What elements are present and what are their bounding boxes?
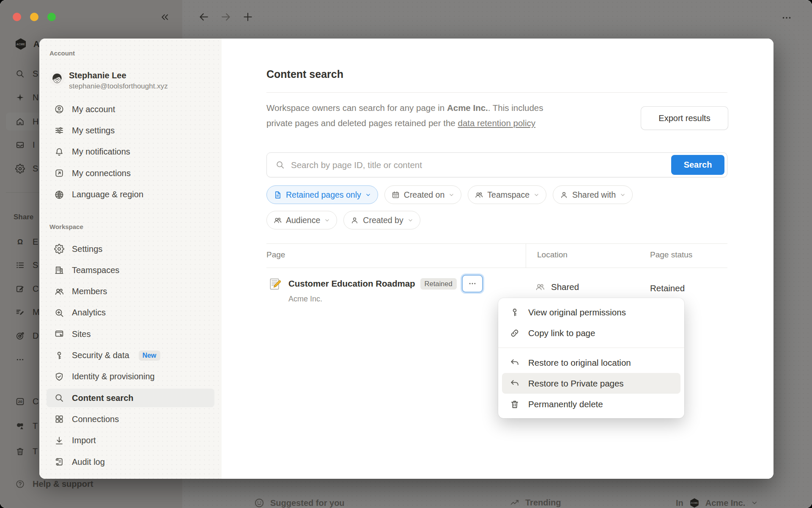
filter-chip-created-on[interactable]: Created on bbox=[384, 185, 461, 204]
filter-chip-retained-pages-only[interactable]: Retained pages only bbox=[266, 185, 378, 204]
table-border bbox=[266, 268, 727, 268]
page-title: Content search bbox=[266, 68, 343, 80]
chip-label: Audience bbox=[286, 215, 320, 225]
page-title-cell: Customer Education Roadmap bbox=[288, 279, 415, 289]
divider bbox=[266, 92, 727, 93]
search-button[interactable]: Search bbox=[671, 155, 724, 175]
filter-chips-row1: Retained pages onlyCreated onTeamspaceSh… bbox=[266, 185, 633, 204]
search-icon bbox=[275, 160, 285, 170]
workspace-section-label: Workspace bbox=[49, 223, 83, 230]
new-badge: New bbox=[139, 351, 160, 361]
people-icon bbox=[273, 216, 282, 225]
menu-item-restore-to-original-location[interactable]: Restore to original location bbox=[502, 352, 680, 373]
person-circle-icon bbox=[54, 104, 64, 114]
chip-label: Created on bbox=[404, 190, 444, 200]
menu-item-copy-link-to-page[interactable]: Copy link to page bbox=[502, 323, 680, 343]
sidebar-item-members[interactable]: Members bbox=[47, 282, 214, 301]
sidebar-item-language-region[interactable]: Language & region bbox=[47, 185, 214, 204]
item-label: Content search bbox=[72, 393, 134, 403]
sidebar-item-connections[interactable]: Connections bbox=[47, 410, 214, 428]
column-header-page-status: Page status bbox=[650, 250, 692, 260]
item-label: Settings bbox=[72, 244, 102, 254]
item-label: Identity & provisioning bbox=[72, 372, 155, 381]
gear-icon bbox=[54, 244, 64, 254]
description-text: Workspace owners can search for any page… bbox=[266, 103, 447, 113]
sidebar-item-security-data[interactable]: Security & dataNew bbox=[47, 346, 214, 365]
workspace-name-bold: Acme Inc. bbox=[447, 103, 488, 113]
menu-item-label: Copy link to page bbox=[528, 328, 595, 338]
location-value: Shared bbox=[551, 282, 579, 292]
avatar bbox=[49, 71, 65, 86]
chevron-down-icon bbox=[324, 217, 330, 224]
description: Workspace owners can search for any page… bbox=[266, 100, 567, 131]
sidebar-item-sites[interactable]: Sites bbox=[47, 325, 214, 343]
filter-chip-teamspace[interactable]: Teamspace bbox=[468, 185, 546, 204]
user-name: Stephanie Lee bbox=[69, 70, 168, 81]
item-label: My account bbox=[72, 105, 115, 114]
menu-item-label: Permanently delete bbox=[528, 399, 603, 409]
user-email: stephanie@toolsforthought.xyz bbox=[69, 81, 168, 92]
page-memo-icon bbox=[268, 277, 282, 291]
minimize-window-button[interactable] bbox=[30, 13, 38, 21]
filter-chip-created-by[interactable]: Created by bbox=[343, 211, 420, 229]
sidebar-item-my-connections[interactable]: My connections bbox=[47, 164, 214, 182]
sidebar-item-identity-provisioning[interactable]: Identity & provisioning bbox=[47, 367, 214, 386]
chip-label: Shared with bbox=[572, 190, 616, 200]
menu-item-restore-to-private-pages[interactable]: Restore to Private pages bbox=[502, 373, 680, 394]
person-icon bbox=[560, 190, 568, 199]
app-window: ACME A SNHIS Share ΩESCMD 20CTT Help & s… bbox=[0, 0, 812, 508]
calendar-icon bbox=[391, 190, 400, 199]
globe-icon bbox=[54, 190, 64, 200]
menu-item-label: Restore to Private pages bbox=[528, 378, 624, 389]
data-retention-policy-link[interactable]: data retention policy bbox=[458, 118, 535, 128]
scroll-icon bbox=[54, 457, 64, 467]
sidebar-item-analytics[interactable]: Analytics bbox=[47, 304, 214, 322]
sidebar-item-my-account[interactable]: My account bbox=[47, 100, 214, 119]
chevron-down-icon bbox=[448, 192, 455, 198]
settings-content: Content search Workspace owners can sear… bbox=[222, 39, 774, 479]
table-column-divider bbox=[526, 243, 526, 268]
key-icon bbox=[510, 307, 520, 318]
download-icon bbox=[54, 436, 64, 446]
chip-label: Retained pages only bbox=[286, 190, 361, 200]
page-icon bbox=[273, 190, 282, 199]
item-label: My settings bbox=[72, 126, 115, 135]
zoom-window-button[interactable] bbox=[47, 13, 56, 21]
people-icon bbox=[54, 287, 64, 297]
share-arrow-icon bbox=[54, 168, 64, 178]
settings-sidebar: Account Stephanie Lee stephanie@toolsfor… bbox=[39, 39, 222, 479]
sidebar-item-import[interactable]: Import bbox=[47, 431, 214, 450]
filter-chip-shared-with[interactable]: Shared with bbox=[553, 185, 633, 204]
sliders-icon bbox=[54, 125, 64, 135]
item-label: Language & region bbox=[72, 190, 143, 199]
close-window-button[interactable] bbox=[13, 13, 21, 21]
column-header-page: Page bbox=[266, 250, 285, 260]
row-actions-button[interactable] bbox=[462, 275, 483, 293]
bell-icon bbox=[54, 147, 64, 157]
chevron-down-icon bbox=[620, 192, 626, 198]
filter-chip-audience[interactable]: Audience bbox=[266, 211, 337, 229]
menu-item-label: Restore to original location bbox=[528, 358, 631, 368]
row-actions-menu: View original permissionsCopy link to pa… bbox=[498, 298, 684, 418]
table-row[interactable]: Customer Education Roadmap Retained Acme… bbox=[268, 275, 483, 304]
retained-badge: Retained bbox=[420, 278, 457, 290]
link-icon bbox=[510, 328, 520, 338]
sidebar-item-settings[interactable]: Settings bbox=[47, 240, 214, 258]
chevron-down-icon bbox=[365, 192, 371, 198]
sidebar-item-teamspaces[interactable]: Teamspaces bbox=[47, 261, 214, 279]
sidebar-item-content-search[interactable]: Content search bbox=[47, 389, 214, 407]
search-input[interactable] bbox=[290, 160, 671, 171]
sidebar-item-audit-log[interactable]: Audit log bbox=[47, 453, 214, 471]
building-icon bbox=[54, 265, 64, 275]
search-plus-icon bbox=[54, 308, 64, 318]
item-label: My notifications bbox=[72, 147, 130, 157]
user-profile[interactable]: Stephanie Lee stephanie@toolsforthought.… bbox=[49, 70, 168, 92]
settings-modal: Account Stephanie Lee stephanie@toolsfor… bbox=[39, 39, 774, 479]
undo-icon bbox=[510, 378, 520, 389]
sidebar-item-my-notifications[interactable]: My notifications bbox=[47, 143, 214, 161]
column-header-location: Location bbox=[537, 250, 568, 260]
menu-item-permanently-delete[interactable]: Permanently delete bbox=[502, 394, 680, 414]
sidebar-item-my-settings[interactable]: My settings bbox=[47, 121, 214, 140]
export-results-button[interactable]: Export results bbox=[641, 106, 728, 130]
menu-item-view-original-permissions[interactable]: View original permissions bbox=[502, 302, 680, 323]
